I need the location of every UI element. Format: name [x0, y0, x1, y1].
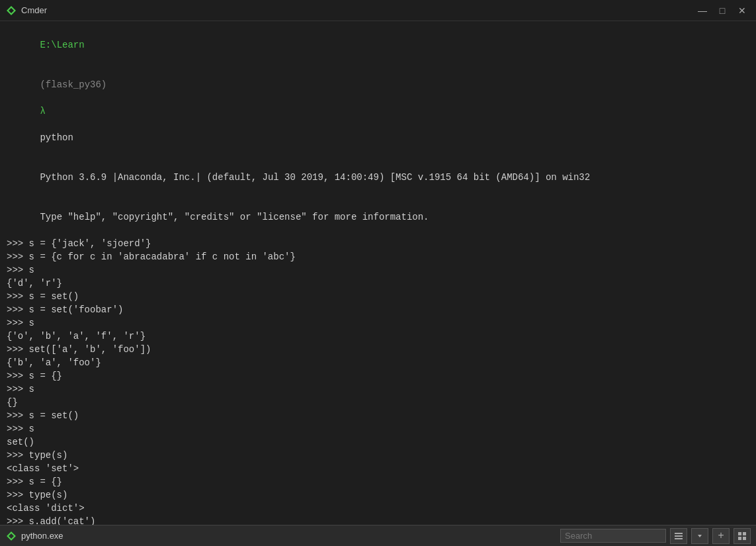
path-text: E:\Learn	[40, 40, 84, 50]
terminal-line: >>> set(['a', 'b', 'foo'])	[7, 343, 749, 356]
version-text: Python 3.6.9 |Anaconda, Inc.| (default, …	[40, 172, 590, 183]
terminal-line: >>> type(s)	[7, 449, 749, 462]
maximize-button[interactable]: □	[714, 3, 731, 18]
terminal-line: >>> s = {}	[7, 475, 749, 488]
terminal-content: E:\Learn (flask_py36) λ python Python 3.…	[7, 25, 749, 237]
python-prompt-line: (flask_py36) λ python	[7, 65, 749, 158]
lines-container: >>> s = {'jack', 'sjoerd'}>>> s = {c for…	[7, 237, 749, 525]
minimize-button[interactable]: —	[694, 3, 711, 18]
search-input[interactable]	[560, 529, 666, 543]
svg-rect-9	[743, 532, 746, 535]
terminal-line: <class 'dict'>	[7, 502, 749, 515]
svg-rect-4	[675, 533, 683, 534]
help-text: Type "help", "copyright", "credits" or "…	[40, 212, 429, 222]
terminal-line: {'d', 'r'}	[7, 277, 749, 290]
title-text: Cmder	[21, 5, 47, 15]
svg-rect-11	[743, 537, 746, 540]
terminal-line: >>> s.add('cat')	[7, 515, 749, 525]
svg-rect-8	[738, 532, 741, 535]
svg-rect-10	[738, 537, 741, 540]
path-line: E:\Learn	[7, 25, 749, 65]
terminal-line: >>> s = {'jack', 'sjoerd'}	[7, 237, 749, 250]
statusbar-icon	[5, 530, 17, 542]
grid-icon-btn[interactable]	[734, 528, 751, 544]
plus-icon-btn[interactable]: +	[712, 528, 730, 544]
env-text: (flask_py36)	[40, 79, 106, 90]
titlebar: Cmder — □ ✕	[0, 0, 756, 21]
terminal-line: >>> s	[7, 422, 749, 435]
terminal-line: {'o', 'b', 'a', 'f', 'r'}	[7, 330, 749, 343]
terminal-line: set()	[7, 435, 749, 449]
statusbar: python.exe +	[0, 525, 756, 546]
svg-rect-6	[675, 538, 683, 539]
titlebar-left: Cmder	[5, 5, 47, 17]
terminal-line: >>> s = set()	[7, 290, 749, 303]
svg-marker-7	[698, 535, 702, 537]
terminal-line: >>> s	[7, 316, 749, 330]
terminal-line: >>> s	[7, 383, 749, 396]
settings-icon-btn[interactable]	[670, 528, 687, 544]
lambda-symbol: λ	[40, 106, 45, 116]
status-title-text: python.exe	[21, 531, 287, 541]
python-cmd: python	[40, 132, 73, 143]
python-version-line: Python 3.6.9 |Anaconda, Inc.| (default, …	[7, 158, 749, 197]
close-button[interactable]: ✕	[734, 3, 751, 18]
terminal-line: >>> s = set('foobar')	[7, 303, 749, 316]
terminal-line: {'b', 'a', 'foo'}	[7, 356, 749, 369]
terminal[interactable]: E:\Learn (flask_py36) λ python Python 3.…	[0, 21, 756, 525]
terminal-line: >>> type(s)	[7, 488, 749, 502]
terminal-line: >>> s = set()	[7, 409, 749, 422]
terminal-line: >>> s = {}	[7, 369, 749, 383]
dropdown-icon-btn[interactable]	[691, 528, 708, 544]
terminal-line: {}	[7, 396, 749, 409]
app-icon	[5, 5, 17, 17]
svg-rect-5	[675, 535, 683, 537]
terminal-line: <class 'set'>	[7, 462, 749, 475]
titlebar-controls: — □ ✕	[694, 3, 751, 18]
terminal-line: >>> s = {c for c in 'abracadabra' if c n…	[7, 250, 749, 263]
python-help-line: Type "help", "copyright", "credits" or "…	[7, 197, 749, 237]
terminal-line: >>> s	[7, 263, 749, 277]
